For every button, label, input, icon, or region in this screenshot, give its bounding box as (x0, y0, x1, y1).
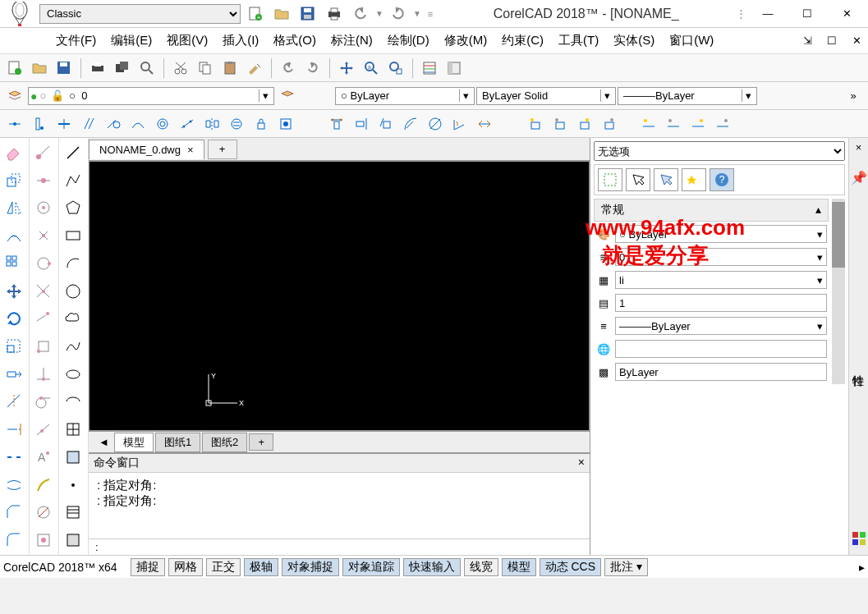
snap-apparent-icon[interactable]: A (30, 444, 57, 470)
ellipse-arc-icon[interactable] (60, 389, 86, 415)
break-icon[interactable] (1, 444, 27, 470)
block-insert-icon[interactable] (60, 416, 86, 442)
snap-intersection-icon[interactable] (30, 278, 57, 305)
osnap-toggle[interactable]: 对象捕捉 (282, 558, 339, 576)
spline-icon[interactable] (60, 333, 86, 360)
zoom-window-icon[interactable] (384, 57, 407, 80)
menu-insert[interactable]: 插入(I) (216, 30, 265, 52)
quick-select-icon[interactable] (654, 168, 678, 191)
undo-icon-2[interactable] (277, 57, 300, 80)
lwt-toggle[interactable]: 线宽 (464, 558, 498, 576)
prop-last[interactable]: ByLayer (615, 363, 827, 381)
dim-show2-icon[interactable] (662, 112, 685, 135)
snap-endpoint-icon[interactable] (30, 140, 57, 166)
dim-show3-icon[interactable] (687, 112, 710, 135)
undo-drop[interactable]: ▼ (375, 9, 383, 18)
close-tab-icon[interactable]: × (187, 144, 194, 156)
new-doc-icon[interactable]: + (244, 2, 267, 25)
paste-icon[interactable] (218, 57, 241, 80)
layer-manager-icon[interactable] (3, 85, 26, 108)
collapse-icon[interactable]: ▴ (815, 203, 821, 216)
snap-nearest-icon[interactable] (30, 416, 57, 442)
scale-icon[interactable] (1, 333, 27, 360)
find-icon[interactable] (135, 57, 158, 80)
mdi-cascade-icon[interactable]: ⇲ (796, 30, 819, 53)
matchprops-icon[interactable] (243, 57, 266, 80)
save-icon-2[interactable] (53, 57, 76, 80)
toggle-pick-icon[interactable] (682, 168, 706, 191)
menu-constraint[interactable]: 约束(C) (495, 30, 550, 52)
status-overflow-icon[interactable]: ▸ (859, 561, 865, 574)
block-make-icon[interactable] (60, 444, 86, 470)
constraint-fix-icon[interactable] (250, 112, 273, 135)
dim-convert-icon[interactable] (473, 112, 496, 135)
menu-modify[interactable]: 修改(M) (438, 30, 494, 52)
rotate-icon[interactable] (1, 305, 27, 332)
open-folder-icon[interactable] (270, 2, 293, 25)
prop-color[interactable]: ○ ByLayer▾ (615, 225, 827, 243)
prop-layer[interactable]: 0▾ (615, 248, 827, 266)
file-tab[interactable]: NONAME_0.dwg × (89, 140, 204, 159)
menu-dimension[interactable]: 标注(N) (324, 30, 379, 52)
dim-diameter-icon[interactable] (424, 112, 447, 135)
sheet-model[interactable]: 模型 (114, 433, 154, 452)
maximize-button[interactable]: ☐ (789, 2, 825, 25)
selection-combo[interactable]: 无选项 (594, 141, 845, 161)
copy-icon[interactable] (194, 57, 217, 80)
polar-toggle[interactable]: 极轴 (244, 558, 278, 576)
select-obj-icon[interactable] (626, 168, 650, 191)
menu-tools[interactable]: 工具(T) (552, 30, 605, 52)
snap-perpendicular-icon[interactable] (30, 361, 57, 387)
model-toggle[interactable]: 模型 (502, 558, 536, 576)
linetype-combo[interactable]: ByLayer Solid ▾ (476, 87, 616, 105)
array-icon[interactable] (1, 250, 27, 277)
mdi-max-icon[interactable]: ☐ (820, 30, 843, 53)
ortho-toggle[interactable]: 正交 (206, 558, 241, 576)
redo-icon-2[interactable] (301, 57, 324, 80)
overflow-icon[interactable]: ≡ (428, 9, 433, 19)
show-all-icon[interactable] (524, 112, 547, 135)
snap-extension-icon[interactable] (30, 305, 57, 332)
prop-one[interactable]: 1 (615, 294, 827, 312)
menu-view[interactable]: 视图(V) (160, 30, 214, 52)
sheet-2[interactable]: 图纸2 (202, 433, 247, 452)
constraint-collinear-icon[interactable] (176, 112, 199, 135)
ellipse-icon[interactable] (60, 361, 86, 387)
chamfer-icon[interactable] (1, 500, 27, 526)
constraint-coincident-icon[interactable] (3, 112, 26, 135)
region-icon[interactable] (60, 527, 86, 553)
layer-previous-icon[interactable] (276, 85, 299, 108)
redo-drop[interactable]: ▼ (413, 9, 421, 18)
design-center-icon[interactable] (443, 57, 466, 80)
otrack-toggle[interactable]: 对象追踪 (342, 558, 400, 576)
snap-toggle[interactable]: 捕捉 (131, 558, 165, 576)
snap-insertion-icon[interactable] (30, 333, 57, 360)
line-icon[interactable] (60, 140, 86, 166)
snap-center-icon[interactable] (30, 195, 57, 221)
command-close-icon[interactable]: × (578, 456, 585, 470)
constraint-smooth-icon[interactable] (126, 112, 149, 135)
dim-show1-icon[interactable] (637, 112, 660, 135)
polyline-icon[interactable] (60, 167, 86, 194)
rectangle-icon[interactable] (60, 222, 86, 249)
sheet-1[interactable]: 图纸1 (155, 433, 200, 452)
dim-show4-icon[interactable] (711, 112, 734, 135)
prop-lw[interactable]: ———ByLayer▾ (615, 317, 827, 335)
save-icon[interactable] (296, 2, 319, 25)
snap-midpoint-icon[interactable] (30, 167, 57, 194)
snap-none-icon[interactable] (30, 500, 57, 526)
pin-icon[interactable]: 📌 (851, 170, 867, 186)
command-input[interactable]: : (89, 538, 590, 555)
open-icon[interactable] (28, 57, 51, 80)
workspace-select[interactable]: Classic (39, 4, 241, 24)
palette-icon[interactable] (852, 531, 866, 548)
hide-all-icon[interactable] (549, 112, 572, 135)
mirror-icon[interactable] (1, 195, 27, 221)
menu-window[interactable]: 窗口(W) (663, 30, 720, 52)
circle-icon[interactable] (60, 278, 86, 305)
mdi-close-icon[interactable]: ✕ (845, 30, 868, 53)
close-button[interactable]: ✕ (829, 2, 865, 25)
constraint-tangent-icon[interactable] (102, 112, 125, 135)
snap-tangent-icon[interactable] (30, 389, 57, 415)
help-icon[interactable]: ? (710, 168, 734, 191)
